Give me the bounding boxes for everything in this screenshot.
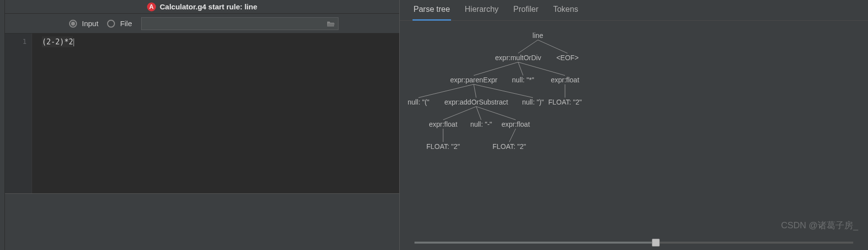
tab-tokens[interactable]: Tokens: [553, 5, 578, 20]
tree-node[interactable]: null: "-": [470, 120, 492, 128]
svg-line-5: [418, 84, 474, 98]
tree-node[interactable]: <EOF>: [556, 54, 578, 62]
input-radio-label: Input: [82, 19, 98, 28]
folder-open-icon[interactable]: [326, 20, 335, 27]
svg-line-10: [476, 107, 481, 120]
zoom-slider-fill: [415, 242, 656, 244]
editor-gutter: 1: [5, 34, 32, 193]
tree-node[interactable]: null: "*": [512, 76, 534, 84]
svg-line-6: [474, 84, 476, 98]
tree-node[interactable]: expr:parenExpr: [450, 76, 497, 84]
svg-line-7: [474, 84, 533, 98]
text-caret: [74, 38, 74, 46]
zoom-slider[interactable]: [415, 242, 853, 244]
file-path-input[interactable]: [141, 17, 339, 30]
svg-line-1: [538, 40, 567, 53]
tree-node[interactable]: expr:float: [551, 76, 579, 84]
svg-line-0: [518, 40, 538, 53]
file-radio-label: File: [120, 19, 132, 28]
tree-node[interactable]: expr:multOrDiv: [495, 54, 541, 62]
svg-line-9: [443, 107, 476, 120]
tree-node[interactable]: null: ")": [522, 98, 544, 106]
svg-line-3: [518, 62, 523, 75]
tree-node[interactable]: FLOAT: "2": [492, 143, 526, 150]
tab-hierarchy[interactable]: Hierarchy: [465, 5, 498, 20]
antlr-badge-icon: A: [147, 2, 156, 11]
line-number: 1: [5, 37, 27, 45]
tree-node[interactable]: expr:float: [501, 120, 530, 128]
header-title: Calculator.g4 start rule: line: [160, 2, 258, 11]
tree-node[interactable]: FLOAT: "2": [426, 143, 460, 150]
tree-node[interactable]: null: "(": [408, 98, 429, 106]
zoom-slider-thumb[interactable]: [652, 239, 660, 247]
file-radio[interactable]: [107, 20, 115, 28]
tree-node[interactable]: FLOAT: "2": [548, 98, 582, 106]
tree-node[interactable]: expr:addOrSubstract: [444, 98, 508, 106]
parse-tree-area[interactable]: lineexpr:multOrDiv<EOF>expr:parenExprnul…: [400, 21, 868, 235]
tree-node[interactable]: expr:float: [429, 120, 457, 128]
tabs-bar: Parse tree Hierarchy Profiler Tokens: [400, 0, 868, 21]
editor-text-area[interactable]: (2-2)*2: [32, 34, 399, 193]
svg-line-13: [509, 129, 516, 142]
svg-line-11: [476, 107, 516, 120]
left-pane: A Calculator.g4 start rule: line Input F…: [5, 0, 400, 250]
header-bar: A Calculator.g4 start rule: line: [5, 0, 399, 14]
input-radio[interactable]: [69, 20, 77, 28]
bottom-panel: [5, 193, 399, 250]
right-pane: Parse tree Hierarchy Profiler Tokens lin…: [400, 0, 868, 250]
svg-line-4: [518, 62, 565, 75]
tab-parse-tree[interactable]: Parse tree: [414, 5, 450, 20]
zoom-slider-wrap: [400, 235, 868, 250]
tab-profiler[interactable]: Profiler: [513, 5, 538, 20]
editor-line-content: (2-2)*2: [42, 36, 73, 47]
mode-row: Input File: [5, 14, 399, 34]
tree-node[interactable]: line: [532, 32, 543, 39]
left-gutter: [0, 0, 5, 250]
svg-line-2: [474, 62, 518, 75]
editor[interactable]: 1 (2-2)*2: [5, 34, 399, 193]
